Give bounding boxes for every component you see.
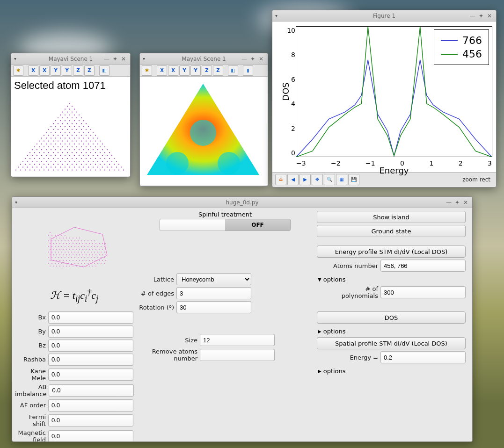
dos-button[interactable]: DOS bbox=[317, 311, 466, 324]
axes-icon[interactable]: ✱ bbox=[142, 65, 152, 76]
svg-point-83 bbox=[60, 137, 61, 138]
spinful-toggle[interactable]: OFF bbox=[160, 219, 291, 231]
energy-input[interactable] bbox=[380, 351, 466, 363]
svg-point-416 bbox=[69, 254, 70, 255]
minimize-icon[interactable]: — bbox=[241, 56, 248, 62]
toggle-on-side[interactable] bbox=[160, 219, 225, 231]
options-expander-2[interactable]: ▶options bbox=[317, 325, 466, 337]
size-input[interactable] bbox=[200, 334, 275, 346]
view-y-minus-icon[interactable]: Y bbox=[190, 65, 201, 76]
view-y-plus-icon[interactable]: Y bbox=[51, 65, 61, 76]
svg-point-297 bbox=[109, 170, 110, 171]
svg-point-195 bbox=[44, 158, 44, 159]
svg-point-392 bbox=[48, 252, 49, 253]
isometric-icon[interactable]: ◧ bbox=[228, 65, 238, 76]
view-x-minus-icon[interactable]: X bbox=[168, 65, 178, 76]
rotation-input[interactable] bbox=[176, 301, 251, 313]
titlebar[interactable]: ▾ Figure 1 — ✦ ✕ bbox=[272, 10, 496, 22]
titlebar[interactable]: ▾ Mayavi Scene 1 — ✦ ✕ bbox=[11, 53, 130, 65]
view-y-minus-icon[interactable]: Y bbox=[62, 65, 72, 76]
isometric-icon[interactable]: ◧ bbox=[99, 65, 110, 76]
options-expander-1[interactable]: ▼options bbox=[317, 274, 466, 285]
svg-point-425 bbox=[99, 254, 100, 255]
svg-point-47 bbox=[53, 129, 54, 130]
ground-state-button[interactable]: Ground state bbox=[317, 225, 466, 237]
back-icon[interactable]: ◀ bbox=[287, 174, 299, 185]
field-input-4[interactable] bbox=[48, 369, 133, 381]
parallel-icon[interactable]: ▮ bbox=[243, 65, 253, 76]
svg-point-15 bbox=[79, 115, 80, 116]
spatial-profile-button[interactable]: Spatial profile STM dI/dV (Local DOS) bbox=[317, 337, 466, 349]
axes-icon[interactable]: ✱ bbox=[13, 65, 23, 76]
svg-point-483 bbox=[53, 266, 54, 267]
titlebar[interactable]: ▾ huge_0d.py — ✦ ✕ bbox=[12, 197, 472, 208]
energy-profile-button[interactable]: Energy profile STM dI/dV (Local DOS) bbox=[317, 246, 466, 258]
subplots-icon[interactable]: ▦ bbox=[336, 174, 347, 185]
view-z-plus-icon[interactable]: Z bbox=[202, 65, 212, 76]
close-icon[interactable]: ✕ bbox=[257, 56, 265, 62]
home-icon[interactable]: ⌂ bbox=[275, 174, 286, 185]
minimize-icon[interactable]: — bbox=[445, 199, 453, 206]
svg-point-168 bbox=[95, 152, 96, 153]
svg-point-311 bbox=[61, 235, 62, 236]
zoom-icon[interactable]: 🔍 bbox=[324, 174, 335, 185]
titlebar[interactable]: ▾ Mayavi Scene 1 — ✦ ✕ bbox=[140, 53, 268, 65]
svg-point-106 bbox=[37, 144, 37, 145]
window-menu-icon[interactable]: ▾ bbox=[14, 56, 16, 61]
toggle-off-side[interactable]: OFF bbox=[225, 219, 290, 231]
svg-point-116 bbox=[83, 144, 84, 145]
figure-canvas[interactable]: DOS Energy 1086420 −3−2−10123 766 456 bbox=[272, 22, 496, 172]
field-input-0[interactable] bbox=[48, 311, 133, 324]
view-y-plus-icon[interactable]: Y bbox=[179, 65, 190, 76]
field-input-1[interactable] bbox=[48, 325, 133, 338]
mayavi-canvas-2[interactable] bbox=[140, 77, 268, 185]
field-input-5[interactable] bbox=[49, 384, 134, 397]
minimize-icon[interactable]: — bbox=[469, 13, 476, 19]
minimize-icon[interactable]: — bbox=[103, 56, 110, 62]
field-input-7[interactable] bbox=[48, 414, 133, 426]
maximize-icon[interactable]: ✦ bbox=[249, 56, 256, 62]
close-icon[interactable]: ✕ bbox=[462, 199, 469, 206]
forward-icon[interactable]: ▶ bbox=[299, 174, 311, 185]
svg-point-377 bbox=[59, 249, 60, 250]
view-z-minus-icon[interactable]: Z bbox=[84, 65, 95, 76]
maximize-icon[interactable]: ✦ bbox=[453, 199, 461, 206]
edges-input[interactable] bbox=[176, 287, 251, 299]
atoms-number-input[interactable] bbox=[380, 260, 466, 272]
window-menu-icon[interactable]: ▾ bbox=[15, 200, 17, 205]
field-input-2[interactable] bbox=[48, 340, 133, 352]
save-icon[interactable]: 💾 bbox=[348, 174, 359, 185]
options-expander-3[interactable]: ▶options bbox=[317, 365, 466, 377]
mayavi-canvas-1[interactable]: Selected atom 1071 bbox=[11, 77, 130, 176]
field-input-6[interactable] bbox=[48, 399, 133, 412]
field-input-8[interactable] bbox=[48, 430, 133, 442]
view-x-minus-icon[interactable]: X bbox=[39, 65, 50, 76]
svg-point-405 bbox=[91, 252, 92, 253]
window-menu-icon[interactable]: ▾ bbox=[143, 56, 145, 61]
lattice-select[interactable]: Honeycomb bbox=[176, 273, 251, 285]
maximize-icon[interactable]: ✦ bbox=[477, 13, 485, 19]
svg-point-174 bbox=[37, 155, 37, 156]
window-menu-icon[interactable]: ▾ bbox=[275, 13, 278, 18]
pan-icon[interactable]: ✥ bbox=[312, 174, 323, 185]
svg-point-85 bbox=[69, 137, 70, 138]
svg-point-272 bbox=[102, 166, 103, 167]
view-x-plus-icon[interactable]: X bbox=[157, 65, 167, 76]
svg-point-463 bbox=[105, 260, 106, 261]
svg-point-484 bbox=[56, 266, 57, 267]
svg-point-193 bbox=[34, 158, 35, 159]
svg-point-388 bbox=[95, 249, 96, 250]
view-z-minus-icon[interactable]: Z bbox=[213, 65, 223, 76]
show-island-button[interactable]: Show island bbox=[317, 211, 466, 223]
remove-atoms-input[interactable] bbox=[200, 349, 275, 361]
close-icon[interactable]: ✕ bbox=[120, 56, 127, 62]
field-input-3[interactable] bbox=[48, 354, 133, 366]
view-z-plus-icon[interactable]: Z bbox=[73, 65, 83, 76]
svg-point-279 bbox=[25, 170, 26, 171]
polynomials-input[interactable] bbox=[380, 286, 466, 298]
close-icon[interactable]: ✕ bbox=[486, 13, 493, 19]
maximize-icon[interactable]: ✦ bbox=[111, 56, 119, 62]
svg-point-226 bbox=[93, 161, 94, 162]
view-x-plus-icon[interactable]: X bbox=[28, 65, 38, 76]
svg-point-102 bbox=[86, 141, 87, 142]
